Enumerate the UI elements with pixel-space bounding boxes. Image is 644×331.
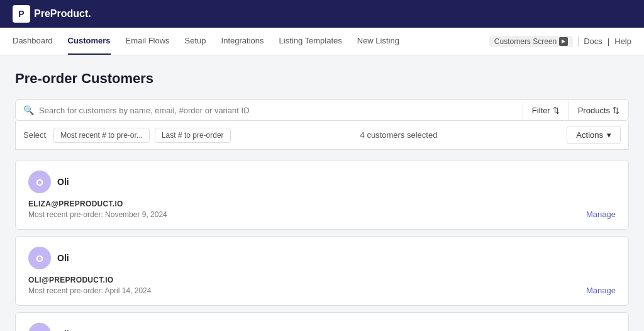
avatar: O [28,323,51,331]
customer-card: O Oli OLI@PREPRODUCT.IO Most recent pre-… [15,236,629,306]
docs-link[interactable]: Docs [584,36,602,46]
customer-card: O Oli ELIZA@PREPRODUCT.IO Most recent pr… [15,160,629,230]
card-body: OLI@PREPRODUCT.IO Most recent pre-order:… [28,276,616,295]
customer-info: OLI@PREPRODUCT.IO Most recent pre-order:… [28,276,151,295]
logo-text: PreProduct. [34,8,91,20]
nav-link-setup[interactable]: Setup [185,28,206,55]
products-label: Products [578,106,610,115]
search-icon: 🔍 [23,105,34,115]
nav-links: DashboardCustomersEmail FlowsSetupIntegr… [13,28,399,55]
page-title: Pre-order Customers [15,70,629,87]
nav-sep: | [608,36,609,46]
actions-chevron-icon: ▾ [607,130,611,140]
avatar: O [28,247,51,269]
sort-last-button[interactable]: Last # to pre-order [155,128,231,143]
divider [578,36,579,47]
search-section: 🔍 [16,100,523,120]
nav-link-listing-templates[interactable]: Listing Templates [279,28,342,55]
nav-link-email-flows[interactable]: Email Flows [126,28,170,55]
search-input[interactable] [39,106,515,115]
card-top: O Oli [28,323,616,331]
actions-button[interactable]: Actions ▾ [567,126,621,144]
filter-button[interactable]: Filter ⇅ [523,101,569,120]
play-icon: ▶ [559,37,568,46]
search-bar-container: 🔍 Filter ⇅ Products ⇅ [15,99,629,121]
customer-email: OLI@PREPRODUCT.IO [28,276,151,284]
nav-link-integrations[interactable]: Integrations [221,28,264,55]
manage-link[interactable]: Manage [586,286,616,295]
nav-link-new-listing[interactable]: New Listing [357,28,399,55]
sort-recent-button[interactable]: Most recent # to pre-or... [53,128,150,143]
products-chevron-icon: ⇅ [613,106,619,115]
help-link[interactable]: Help [614,36,631,46]
customers-list: O Oli ELIZA@PREPRODUCT.IO Most recent pr… [15,160,629,331]
card-top: O Oli [28,247,616,269]
customer-name: Oli [57,253,69,263]
nav-right: Customers Screen ▶ Docs | Help [489,36,631,47]
nav-link-dashboard[interactable]: Dashboard [13,28,53,55]
customers-screen-pill[interactable]: Customers Screen ▶ [489,36,573,47]
customer-email: ELIZA@PREPRODUCT.IO [28,199,167,208]
card-body: ELIZA@PREPRODUCT.IO Most recent pre-orde… [28,199,616,219]
nav-link-customers[interactable]: Customers [68,28,111,55]
products-button[interactable]: Products ⇅ [569,101,628,120]
filter-chevron-icon: ⇅ [553,106,560,115]
selected-count: 4 customers selected [236,130,562,140]
logo: P PreProduct. [13,5,91,23]
customer-date: Most recent pre-order: April 14, 2024 [28,286,151,295]
manage-link[interactable]: Manage [586,210,616,219]
actions-label: Actions [576,130,603,140]
card-top: O Oli [28,171,616,193]
subnav: DashboardCustomersEmail FlowsSetupIntegr… [0,28,644,55]
customer-card: O Oli HELLO@PREPRODUCT.IO Manage [15,312,629,331]
select-label: Select [23,130,46,140]
avatar: O [28,171,51,193]
logo-icon: P [13,5,30,23]
filter-label: Filter [532,106,550,115]
customer-info: ELIZA@PREPRODUCT.IO Most recent pre-orde… [28,199,167,219]
screen-label: Customers Screen [494,37,557,46]
toolbar-row: Select Most recent # to pre-or... Last #… [15,121,629,150]
topbar: P PreProduct. [0,0,644,28]
main-content: Pre-order Customers 🔍 Filter ⇅ Products … [0,55,644,331]
customer-name: Oli [57,177,69,187]
customer-date: Most recent pre-order: November 9, 2024 [28,210,167,219]
